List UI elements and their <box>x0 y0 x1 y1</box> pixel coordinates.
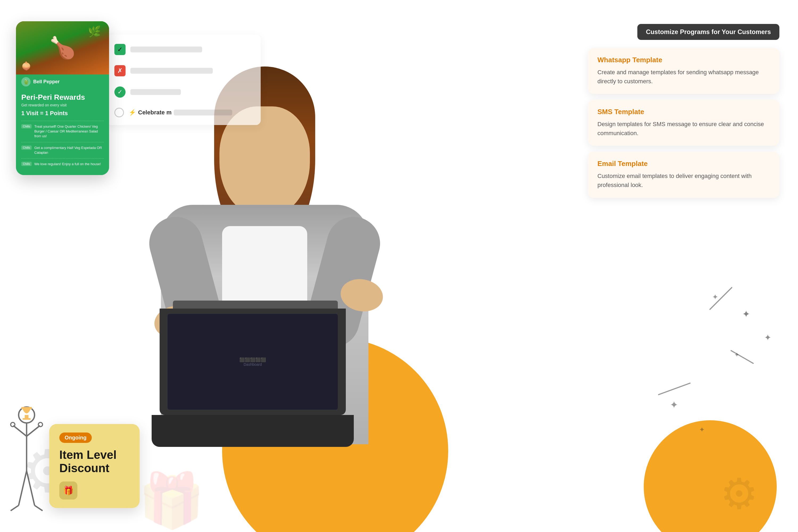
checklist-item-4: ⚡ Celebrate m <box>114 108 232 117</box>
svg-rect-12 <box>23 418 31 420</box>
celebrate-text-bar <box>174 110 232 115</box>
phone-reward-label-2: Chills <box>21 146 32 150</box>
email-template-desc: Customize email templates to deliver eng… <box>597 172 770 190</box>
whatsapp-template-card[interactable]: Whatsapp Template Create and manage temp… <box>588 48 779 94</box>
checklist-container: ✓ ✗ ✓ ⚡ Celebrate m <box>114 44 232 117</box>
svg-point-4 <box>11 422 15 427</box>
template-cards-section: Whatsapp Template Create and manage temp… <box>588 48 779 198</box>
check-icon-2: ✗ <box>114 65 126 76</box>
sms-template-title: SMS Template <box>597 108 770 116</box>
phone-reward-item-2: Chills Get a complimentary Half Veg Espe… <box>21 142 104 158</box>
phone-reward-item-1: Chills Treat yourself! One Quarter Chick… <box>21 121 104 142</box>
check-icon-3: ✓ <box>114 87 126 98</box>
phone-points: 1 Visit = 1 Points <box>21 110 104 117</box>
sms-template-card[interactable]: SMS Template Design templates for SMS me… <box>588 100 779 146</box>
discount-title: Item Level Discount <box>59 448 130 475</box>
check-icon-1: ✓ <box>114 44 126 55</box>
checklist-text-1 <box>130 46 202 52</box>
phone-logo-icon: 🫑 <box>21 77 31 87</box>
svg-rect-10 <box>21 407 32 409</box>
phone-food-image: 🍗 🌿 🧅 <box>16 21 109 75</box>
checklist-text-2 <box>130 68 213 74</box>
svg-line-9 <box>35 506 42 511</box>
sms-template-desc: Design templates for SMS message to ensu… <box>597 120 770 138</box>
discount-badge: Ongoing <box>59 433 92 443</box>
gear-decoration-right: ⚙ <box>720 469 758 519</box>
checklist-item-1: ✓ <box>114 44 232 55</box>
wand-decoration-3 <box>658 382 691 395</box>
celebrate-text: Celebrate m <box>138 109 172 116</box>
phone-logo-area: 🫑 Bell Pepper <box>16 75 109 89</box>
svg-line-8 <box>11 506 19 511</box>
phone-reward-text-2: Get a complimentary Half Veg Espetada OR… <box>34 146 104 155</box>
whatsapp-template-title: Whatsapp Template <box>597 56 770 64</box>
phone-brand-name: Bell Pepper <box>33 79 60 84</box>
top-heading-text: Customize Programs for Your Customers <box>646 28 771 35</box>
lightning-icon: ⚡ <box>129 109 136 116</box>
svg-line-7 <box>26 471 35 506</box>
phone-reward-text-3: We love regulars! Enjoy a full on the ho… <box>34 162 101 167</box>
gift-icon: 🎁 <box>63 486 74 496</box>
email-template-title: Email Template <box>597 159 770 168</box>
phone-loyalty-title: Peri-Peri Rewards <box>21 93 104 101</box>
email-template-card[interactable]: Email Template Customize email templates… <box>588 152 779 198</box>
checklist-item-2: ✗ <box>114 65 232 76</box>
person-area: ⬛⬛⬛⬛⬛ Dashboard <box>138 66 391 532</box>
whatsapp-template-desc: Create and manage templates for sending … <box>597 68 770 86</box>
phone-reward-label-3: Chills <box>21 162 32 166</box>
phone-loyalty-subtitle: Get rewarded on every visit <box>21 103 104 107</box>
wand-decoration-2 <box>730 350 754 364</box>
svg-line-3 <box>26 425 40 436</box>
phone-reward-text-1: Treat yourself! One Quarter Chicken/ Veg… <box>34 124 104 139</box>
star-decoration-1: ✦ <box>742 308 750 320</box>
svg-point-5 <box>38 422 42 427</box>
star-decoration-5: ✦ <box>670 399 678 411</box>
svg-line-6 <box>19 471 26 506</box>
phone-reward-item-3: Chills We love regulars! Enjoy a full on… <box>21 158 104 170</box>
phone-mockup: 🍗 🌿 🧅 🫑 Bell Pepper Peri-Peri Rewards Ge… <box>16 21 109 175</box>
discount-icon: 🎁 <box>59 481 77 499</box>
svg-line-2 <box>13 425 26 436</box>
star-decoration-6: ✦ <box>699 425 705 434</box>
top-heading-bar: Customize Programs for Your Customers <box>637 24 779 40</box>
radio-circle-1 <box>114 108 124 117</box>
phone-reward-label-1: Chills <box>21 124 32 129</box>
discount-card[interactable]: Ongoing Item Level Discount 🎁 <box>49 424 140 508</box>
star-decoration-2: ✦ <box>712 292 718 301</box>
checklist-item-3: ✓ <box>114 87 232 98</box>
stick-figure <box>8 404 45 532</box>
phone-loyalty-content: Peri-Peri Rewards Get rewarded on every … <box>16 89 109 175</box>
star-decoration-3: ✦ <box>764 332 772 343</box>
checklist-text-3 <box>130 89 181 95</box>
